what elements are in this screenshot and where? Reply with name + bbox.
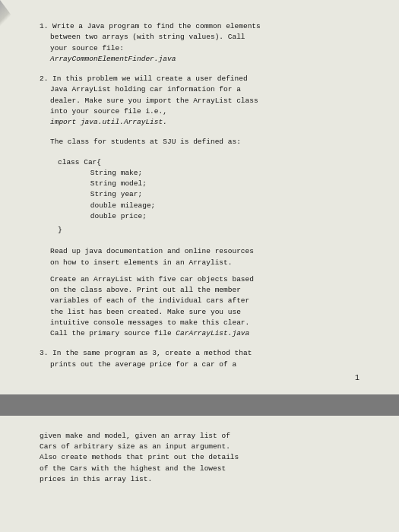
bottom-line1: given make and model, given an array lis… xyxy=(40,432,230,440)
field-price: double price; xyxy=(58,211,359,222)
para2: Create an ArrayList with five car object… xyxy=(40,274,359,340)
page-divider xyxy=(0,394,399,416)
problem-1-text: 1. Write a Java program to find the comm… xyxy=(40,21,359,65)
para2-line3: variables of each of the individual cars… xyxy=(50,296,249,305)
problem-1: 1. Write a Java program to find the comm… xyxy=(40,21,359,65)
page-content: 1. Write a Java program to find the comm… xyxy=(40,21,359,370)
problem-1-line2: between two arrays (with string values).… xyxy=(40,33,245,41)
para2-line1: Create an ArrayList with five car object… xyxy=(50,275,254,283)
problem-2-line2: Java ArrayList holding car information f… xyxy=(40,85,241,93)
para2-line6: Call the primary source file xyxy=(50,329,172,337)
problem-2-line3: dealer. Make sure you import the ArrayLi… xyxy=(40,97,258,105)
para2-filename: CarArrayList.java xyxy=(176,329,249,337)
class-def-line: class Car{ xyxy=(58,157,359,168)
problem-1-number: 1. xyxy=(40,22,48,30)
problem-3-line2: prints out the average price for a car o… xyxy=(40,360,236,369)
field-mileage: double mileage; xyxy=(58,201,359,211)
code-block: class Car{ String make; String model; St… xyxy=(58,157,359,236)
bottom-line2: Cars of arbitrary size as an input argum… xyxy=(40,442,230,451)
problem-1-line1: Write a Java program to find the common … xyxy=(52,22,261,30)
page-container: 1. Write a Java program to find the comm… xyxy=(0,0,399,532)
top-page: 1. Write a Java program to find the comm… xyxy=(0,0,399,394)
problem-1-filename: ArrayCommonElementFinder.java xyxy=(40,55,176,63)
problem-2-line1: In this problem we will create a user de… xyxy=(52,74,248,83)
class-intro: The class for students at SJU is defined… xyxy=(40,137,359,147)
problem-2-number: 2. xyxy=(40,74,48,83)
problem-3: 3. In the same program as 3, create a me… xyxy=(40,348,359,370)
page-number: 1 xyxy=(355,374,359,382)
bottom-line3: Also create methods that print out the d… xyxy=(40,453,239,461)
bottom-page: given make and model, given an array lis… xyxy=(0,416,399,532)
problem-2: 2. In this problem we will create a user… xyxy=(40,74,359,339)
para2-line2: on the class above. Print out all the me… xyxy=(50,286,241,294)
bottom-line4: of the Cars with the highest and the low… xyxy=(40,464,226,473)
bottom-content: given make and model, given an array lis… xyxy=(40,431,359,485)
field-make: String make; xyxy=(58,168,359,179)
problem-2-import: import java.util.ArrayList. xyxy=(40,118,167,126)
para1: Read up java documentation and online re… xyxy=(40,246,359,268)
field-model: String model; xyxy=(58,179,359,189)
problem-2-line4: into your source file i.e., xyxy=(40,107,167,116)
para2-line4: the list has been created. Make sure you… xyxy=(50,308,241,316)
problem-3-number: 3. xyxy=(40,349,48,357)
bottom-line5: prices in this array list. xyxy=(40,475,152,483)
para1-line2: on how to insert elements in an Arraylis… xyxy=(50,258,232,267)
para1-line1: Read up java documentation and online re… xyxy=(50,247,254,255)
para2-line5: intuitive console messages to make this … xyxy=(50,318,249,327)
problem-1-line3: your source file: xyxy=(40,44,124,52)
field-year: String year; xyxy=(58,189,359,200)
problem-2-intro: 2. In this problem we will create a user… xyxy=(40,74,359,128)
close-brace: } xyxy=(58,225,359,236)
problem-3-text: 3. In the same program as 3, create a me… xyxy=(40,348,359,370)
problem-3-line1: In the same program as 3, create a metho… xyxy=(52,349,252,357)
